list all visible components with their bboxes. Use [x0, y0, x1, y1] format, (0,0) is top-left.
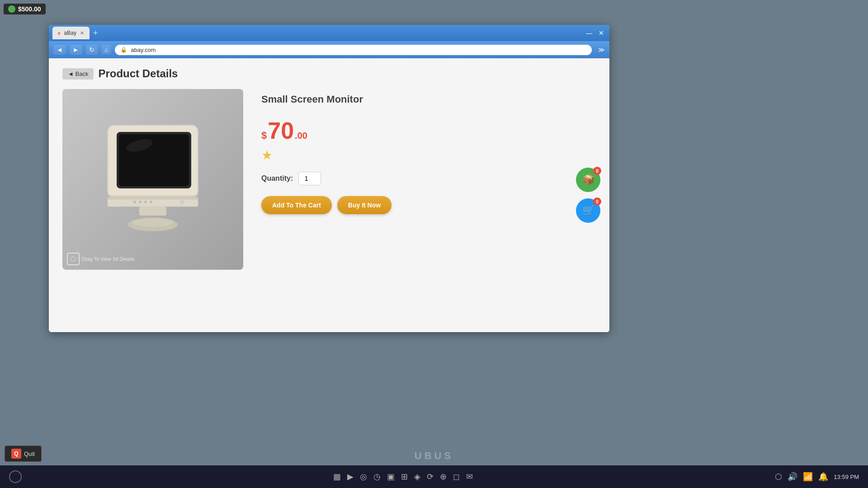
taskbar-left — [9, 470, 31, 483]
taskbar-icon-settings[interactable]: ◈ — [414, 472, 420, 482]
taskbar: ▦ ▶ ◎ ◷ ▣ ⊞ ◈ ⟳ ⊕ ◻ ✉ ⬡ 🔊 📶 🔔 13:59 PM — [0, 465, 868, 488]
svg-rect-2 — [119, 134, 189, 186]
taskbar-icons: ▦ ▶ ◎ ◷ ▣ ⊞ ◈ ⟳ ⊕ ◻ ✉ — [31, 472, 775, 482]
3d-rotate-icon: ⬡ — [67, 253, 80, 265]
box-icon: 📦 — [582, 174, 594, 186]
browser-tab[interactable]: e aBay ✕ — [52, 27, 90, 39]
taskbar-icon-apps[interactable]: ⊞ — [401, 472, 408, 482]
money-indicator: $500.00 — [4, 4, 46, 14]
back-nav-button[interactable]: ◄ — [53, 45, 66, 55]
product-details: Small Screen Monitor $ 70 .00 ★ Quantity… — [261, 89, 596, 214]
product-area: ⬡ Drag To View 3d Details Small Screen M… — [62, 89, 596, 270]
page-header: ◄ Back Product Details — [62, 67, 596, 80]
quantity-section: Quantity: — [261, 172, 596, 185]
add-to-cart-button[interactable]: Add To The Cart — [261, 196, 332, 214]
floating-box-button[interactable]: 📦 0 — [576, 168, 600, 192]
star-icon: ★ — [261, 148, 273, 162]
taskbar-icon-grid[interactable]: ▦ — [333, 472, 341, 482]
forward-nav-button[interactable]: ► — [70, 45, 82, 55]
home-button[interactable]: ⌂ — [101, 45, 111, 55]
quit-button[interactable]: Q Quit — [5, 446, 42, 462]
tab-close-button[interactable]: ✕ — [80, 30, 84, 36]
page-content: ◄ Back Product Details — [49, 58, 609, 332]
taskbar-icon-terminal[interactable]: ▶ — [347, 472, 354, 482]
taskbar-right: ⬡ 🔊 📶 🔔 13:59 PM — [775, 472, 859, 482]
money-amount: $500.00 — [18, 5, 41, 13]
floating-cart-button[interactable]: 🛒 0 — [576, 198, 600, 223]
cart-icon: 🛒 — [582, 205, 594, 216]
tab-title: aBay — [64, 30, 76, 36]
title-bar: e aBay ✕ + — ✕ — [49, 25, 609, 41]
svg-point-5 — [133, 201, 136, 203]
tab-favicon: e — [58, 31, 61, 36]
taskbar-time: 13:59 PM — [834, 474, 859, 480]
taskbar-icon-window[interactable]: ▣ — [387, 472, 395, 482]
taskbar-wifi-icon: 📶 — [803, 472, 813, 482]
svg-point-9 — [180, 200, 184, 204]
taskbar-volume-icon: 🔊 — [788, 472, 797, 482]
taskbar-icon-clock[interactable]: ◷ — [373, 472, 381, 482]
quantity-input[interactable] — [298, 172, 321, 185]
lock-icon: 🔒 — [120, 47, 127, 53]
money-dot-icon — [8, 5, 15, 13]
quit-label: Quit — [24, 450, 35, 457]
minimize-button[interactable]: — — [584, 29, 594, 37]
price-dollar-sign: $ — [261, 130, 267, 141]
svg-rect-13 — [108, 195, 198, 200]
taskbar-icon-chat[interactable]: ✉ — [466, 472, 473, 482]
svg-point-8 — [150, 201, 152, 203]
taskbar-system-icon: ⬡ — [775, 472, 782, 482]
taskbar-icon-refresh[interactable]: ⟳ — [427, 472, 434, 482]
product-image-box[interactable]: ⬡ Drag To View 3d Details — [62, 89, 243, 270]
drag-hint-text: Drag To View 3d Details — [82, 256, 135, 262]
address-bar: ◄ ► ↻ ⌂ 🔒 abay.com ≫ — [49, 41, 609, 58]
quantity-label: Quantity: — [261, 174, 293, 183]
star-rating: ★ — [261, 148, 596, 163]
url-bar[interactable]: 🔒 abay.com — [115, 45, 592, 55]
ubus-label: UBUS — [415, 450, 453, 462]
product-image — [94, 116, 212, 243]
svg-point-7 — [144, 201, 147, 203]
svg-point-12 — [132, 218, 173, 227]
back-button[interactable]: ◄ Back — [62, 68, 94, 80]
price-cents: .00 — [295, 131, 307, 141]
refresh-button[interactable]: ↻ — [86, 45, 98, 55]
buy-it-now-button[interactable]: Buy It Now — [337, 196, 392, 214]
taskbar-icon-globe[interactable]: ⊕ — [440, 472, 447, 482]
price-main: 70 — [268, 119, 294, 142]
floating-buttons: 📦 0 🛒 0 — [576, 168, 600, 223]
box-badge: 0 — [593, 167, 601, 175]
cart-badge: 0 — [593, 197, 601, 206]
window-controls: — ✕ — [584, 29, 606, 37]
product-name: Small Screen Monitor — [261, 94, 596, 105]
price-display: $ 70 .00 — [261, 119, 596, 142]
price-section: $ 70 .00 ★ — [261, 119, 596, 163]
taskbar-icon-monitor[interactable]: ◻ — [453, 472, 460, 482]
url-text: abay.com — [131, 47, 156, 53]
taskbar-circle-icon[interactable] — [9, 470, 22, 483]
extensions-icon[interactable]: ≫ — [598, 46, 605, 53]
taskbar-icon-browser[interactable]: ◎ — [360, 472, 367, 482]
svg-rect-10 — [139, 206, 166, 216]
drag-hint: ⬡ Drag To View 3d Details — [67, 253, 135, 265]
quit-icon: Q — [11, 449, 21, 459]
browser-window: e aBay ✕ + — ✕ ◄ ► ↻ ⌂ 🔒 abay.com ≫ ◄ Ba… — [49, 25, 609, 332]
action-buttons: Add To The Cart Buy It Now — [261, 196, 596, 214]
new-tab-button[interactable]: + — [93, 28, 98, 38]
close-button[interactable]: ✕ — [597, 29, 606, 37]
taskbar-battery-icon: 🔔 — [818, 472, 828, 482]
svg-point-6 — [139, 201, 142, 203]
page-title: Product Details — [98, 67, 178, 80]
